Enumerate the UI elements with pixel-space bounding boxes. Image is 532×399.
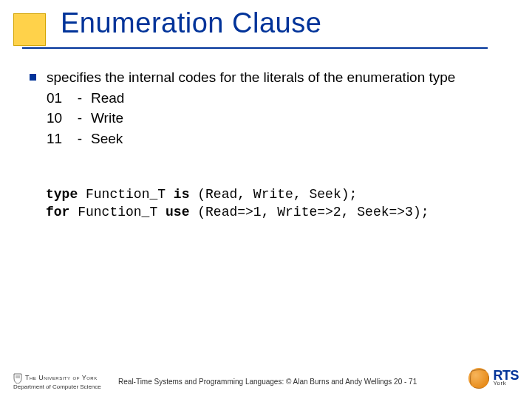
- kw-is: is: [174, 187, 190, 202]
- enum-code: 11: [47, 129, 69, 149]
- rts-logo: RTS York: [468, 368, 519, 389]
- kw-type: type: [46, 187, 78, 202]
- enum-row: 10 - Write: [47, 109, 502, 128]
- content-area: specifies the internal codes for the lit…: [30, 68, 502, 221]
- code-text: (Read, Write, Seek);: [189, 187, 357, 202]
- title-accent: [13, 13, 46, 46]
- code-text: Function_T: [78, 187, 174, 202]
- bullet-lead: specifies the internal codes for the lit…: [47, 68, 502, 87]
- code-text: (Read=>1, Write=>2, Seek=>3);: [189, 205, 429, 219]
- bullet-body: specifies the internal codes for the lit…: [47, 68, 502, 149]
- uoy-logo: The University of York Department of Com…: [13, 373, 101, 390]
- rts-text: RTS York: [494, 370, 519, 386]
- enum-code: 01: [47, 89, 69, 108]
- kw-for: for: [46, 205, 69, 219]
- enum-row: 11 - Seek: [47, 129, 502, 149]
- code-block: type Function_T is (Read, Write, Seek); …: [46, 185, 502, 222]
- kw-use: use: [166, 205, 189, 219]
- enum-dash: -: [75, 89, 85, 108]
- enum-dash: -: [75, 109, 85, 128]
- footer-text: Real-Time Systems and Programming Langua…: [118, 378, 417, 386]
- code-text: Function_T: [69, 205, 166, 219]
- slide-title: Enumeration Clause: [61, 7, 510, 39]
- globe-icon: [468, 368, 489, 389]
- enum-code: 10: [47, 109, 69, 128]
- code-line-1: type Function_T is (Read, Write, Seek);: [46, 185, 502, 203]
- uoy-title: The University of York: [25, 374, 98, 381]
- footer: The University of York Department of Com…: [0, 359, 532, 390]
- bullet-item: specifies the internal codes for the lit…: [30, 68, 502, 149]
- bullet-icon: [30, 74, 36, 81]
- title-row: Enumeration Clause: [61, 7, 510, 39]
- enum-row: 01 - Read: [47, 89, 502, 108]
- enum-literal: Write: [91, 109, 123, 128]
- enum-dash: -: [75, 129, 85, 149]
- title-underline: [22, 47, 488, 49]
- enum-literal: Seek: [91, 129, 123, 149]
- enum-literal: Read: [91, 89, 124, 108]
- uoy-dept: Department of Computer Science: [13, 383, 101, 390]
- shield-icon: [13, 373, 22, 383]
- code-line-2: for Function_T use (Read=>1, Write=>2, S…: [46, 203, 502, 221]
